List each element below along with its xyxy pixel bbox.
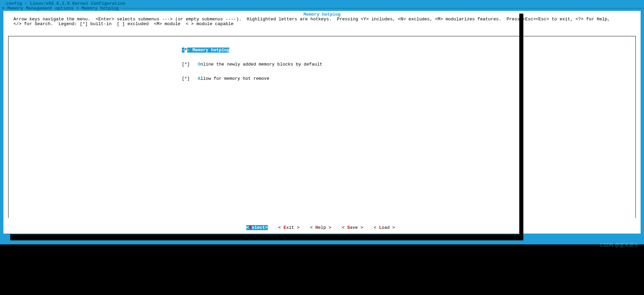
breadcrumb: > Memory Management options > Memory hot… [1, 6, 644, 11]
menu-items[interactable]: -*- Memory hotplug [*] Online the newly … [8, 36, 636, 91]
terminal-window: .config - Linux/x86 6.1.0 Kernel Configu… [0, 0, 644, 244]
main-dialog: Memory hotplug Arrow keys navigate the m… [3, 11, 641, 234]
menu-item-online-blocks[interactable]: [*] Online the newly added memory blocks… [8, 62, 636, 67]
menu-list-box: -*- Memory hotplug [*] Online the newly … [8, 36, 636, 218]
select-button[interactable]: <Select> [246, 225, 267, 230]
window-shadow-right [519, 14, 523, 240]
help-button[interactable]: < Help > [310, 225, 334, 230]
window-shadow-bottom [10, 234, 523, 240]
load-button[interactable]: < Load > [374, 225, 398, 230]
menu-title: Memory hotplug [8, 12, 636, 17]
menu-item-memory-hotplug[interactable]: -*- Memory hotplug [8, 48, 636, 53]
watermark: CSDN @蓝天居士 [600, 243, 639, 247]
config-title: .config - Linux/x86 6.1.0 Kernel Configu… [1, 1, 644, 6]
exit-button[interactable]: < Exit > [278, 225, 302, 230]
menu-item-hot-remove[interactable]: [*] Allow for memory hot remove [8, 76, 636, 81]
help-text: Arrow keys navigate the menu. <Enter> se… [8, 17, 636, 26]
save-button[interactable]: < Save > [342, 225, 366, 230]
button-bar: <Select> < Exit > < Help > < Save > < Lo… [8, 225, 636, 230]
